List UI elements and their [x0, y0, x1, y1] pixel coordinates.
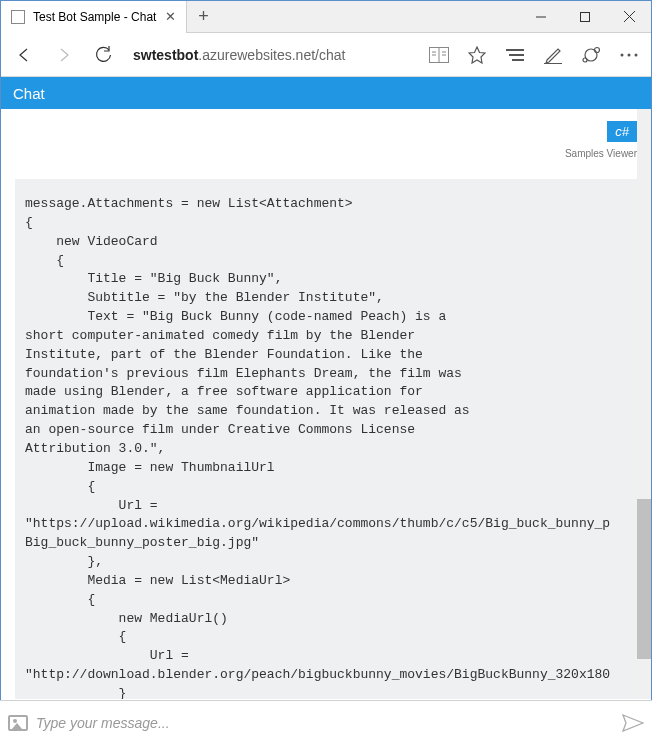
reading-view-icon[interactable]: [421, 37, 457, 73]
hub-icon[interactable]: [497, 37, 533, 73]
tab-title: Test Bot Sample - Chat: [33, 10, 156, 24]
url-path: /chat: [315, 47, 345, 63]
scrollbar[interactable]: [637, 109, 651, 699]
message-input[interactable]: [36, 715, 614, 731]
scroll-thumb[interactable]: [637, 499, 651, 659]
browser-tab[interactable]: Test Bot Sample - Chat ✕: [1, 1, 187, 33]
attach-image-icon[interactable]: [8, 715, 28, 731]
refresh-button[interactable]: [85, 36, 123, 74]
url-domain: .azurewebsites.net: [198, 47, 315, 63]
code-sample: message.Attachments = new List<Attachmen…: [15, 179, 637, 699]
url-host: swtestbot: [133, 47, 198, 63]
page-title: Chat: [13, 85, 45, 102]
more-icon[interactable]: [611, 37, 647, 73]
page-header: Chat: [1, 77, 651, 109]
send-icon[interactable]: [622, 714, 644, 732]
close-tab-icon[interactable]: ✕: [164, 11, 176, 23]
message-input-bar: [0, 700, 652, 744]
window-titlebar: Test Bot Sample - Chat ✕ +: [1, 1, 651, 33]
back-button[interactable]: [5, 36, 43, 74]
tab-favicon: [11, 10, 25, 24]
samples-viewer-label: Samples Viewer: [565, 148, 637, 159]
new-tab-button[interactable]: +: [187, 1, 219, 33]
content-area: c# Samples Viewer message.Attachments = …: [1, 109, 651, 699]
favorite-icon[interactable]: [459, 37, 495, 73]
address-bar[interactable]: swtestbot.azurewebsites.net/chat: [125, 41, 419, 69]
window-minimize-button[interactable]: [519, 1, 563, 33]
svg-point-19: [635, 53, 638, 56]
csharp-badge[interactable]: c#: [607, 121, 637, 142]
window-close-button[interactable]: [607, 1, 651, 33]
svg-point-18: [628, 53, 631, 56]
svg-point-16: [583, 58, 587, 62]
window-maximize-button[interactable]: [563, 1, 607, 33]
svg-rect-1: [581, 12, 590, 21]
browser-toolbar: swtestbot.azurewebsites.net/chat: [1, 33, 651, 77]
share-icon[interactable]: [573, 37, 609, 73]
notes-icon[interactable]: [535, 37, 571, 73]
forward-button[interactable]: [45, 36, 83, 74]
svg-point-17: [621, 53, 624, 56]
samples-badge-area: c# Samples Viewer: [565, 121, 637, 159]
